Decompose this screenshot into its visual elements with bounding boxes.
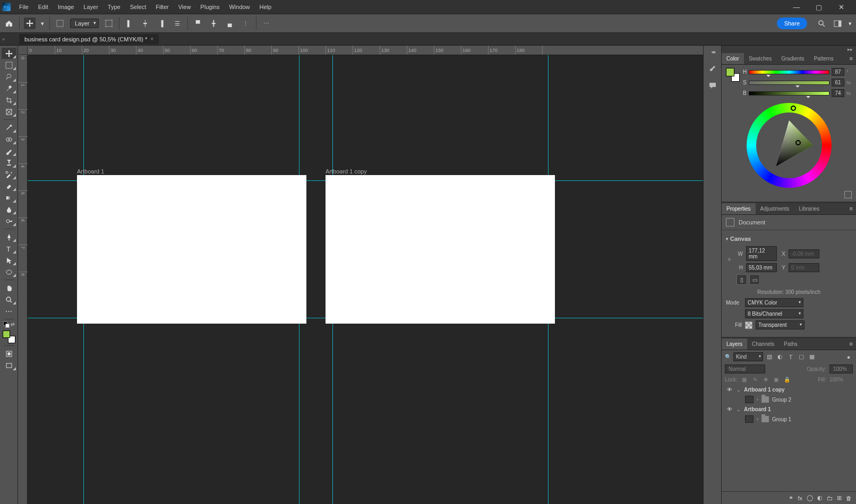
menu-filter[interactable]: Filter bbox=[151, 2, 173, 12]
maximize-button[interactable]: ▢ bbox=[812, 3, 825, 11]
new-fill-layer-icon[interactable]: ◐ bbox=[817, 494, 823, 501]
filter-shape-icon[interactable]: ▢ bbox=[797, 353, 806, 361]
layer-mask-icon[interactable]: ◯ bbox=[807, 494, 813, 501]
tab-libraries[interactable]: Libraries bbox=[794, 203, 824, 214]
eraser-tool[interactable] bbox=[2, 180, 16, 192]
blur-tool[interactable] bbox=[2, 204, 16, 215]
saturation-slider[interactable] bbox=[749, 81, 829, 85]
opacity-input[interactable]: 100% bbox=[829, 364, 853, 373]
hue-input[interactable]: 87 bbox=[832, 68, 844, 76]
lock-pixels-icon[interactable]: ✎ bbox=[751, 376, 759, 383]
orientation-landscape-button[interactable]: ▭ bbox=[749, 274, 760, 285]
color-mode-dropdown[interactable]: CMYK Color bbox=[745, 298, 803, 307]
y-input[interactable]: 0 mm bbox=[789, 263, 819, 272]
align-top-icon[interactable]: ▀ bbox=[192, 18, 204, 29]
filter-toggle-icon[interactable]: ● bbox=[844, 353, 853, 361]
artboard-1-copy[interactable] bbox=[326, 175, 555, 324]
screen-mode-icon[interactable] bbox=[2, 360, 16, 371]
align-right-icon[interactable]: ▐ bbox=[156, 18, 167, 29]
layer-group-row[interactable]: › Group 1 bbox=[725, 414, 853, 424]
fill-opacity-input[interactable]: 100% bbox=[829, 377, 853, 383]
expand-dock-icon[interactable]: ◂◂ bbox=[711, 49, 714, 55]
expand-layer-icon[interactable]: › bbox=[757, 397, 758, 402]
close-button[interactable]: ✕ bbox=[835, 3, 848, 11]
bit-depth-dropdown[interactable]: 8 Bits/Channel bbox=[745, 309, 803, 318]
menu-layer[interactable]: Layer bbox=[79, 2, 102, 12]
filter-smart-icon[interactable]: ▦ bbox=[808, 353, 816, 361]
search-icon[interactable] bbox=[816, 18, 827, 29]
menu-image[interactable]: Image bbox=[54, 2, 79, 12]
clone-stamp-tool[interactable] bbox=[2, 157, 16, 168]
lock-all-icon[interactable]: 🔒 bbox=[783, 376, 791, 383]
menu-file[interactable]: File bbox=[15, 2, 33, 12]
magic-wand-tool[interactable] bbox=[2, 83, 16, 94]
collapse-panels-icon[interactable]: ▸▸ bbox=[848, 47, 853, 52]
tab-channels[interactable]: Channels bbox=[747, 338, 779, 350]
blend-mode-dropdown[interactable]: Normal bbox=[725, 364, 765, 373]
lock-position-icon[interactable]: ✥ bbox=[762, 376, 769, 383]
new-group-icon[interactable]: 🗀 bbox=[827, 495, 833, 501]
visibility-toggle-icon[interactable]: 👁 bbox=[726, 387, 733, 393]
lasso-tool[interactable] bbox=[2, 71, 16, 82]
orientation-portrait-button[interactable]: ▯ bbox=[737, 274, 747, 285]
lock-transparency-icon[interactable]: ▦ bbox=[741, 376, 748, 383]
brushes-panel-icon[interactable] bbox=[707, 62, 718, 73]
transform-controls-checkbox[interactable] bbox=[103, 18, 115, 29]
menu-edit[interactable]: Edit bbox=[34, 2, 53, 12]
visibility-toggle-icon[interactable]: 👁 bbox=[726, 406, 733, 412]
share-button[interactable]: Share bbox=[777, 18, 807, 29]
document-tab[interactable]: business card design.psd @ 50,5% (CMYK/8… bbox=[19, 34, 159, 45]
color-preview-swatches[interactable] bbox=[726, 68, 740, 82]
menu-plugins[interactable]: Plugins bbox=[196, 2, 224, 12]
eyedropper-tool[interactable] bbox=[2, 122, 16, 133]
minimize-button[interactable]: — bbox=[790, 3, 803, 11]
distribute-icon[interactable]: ⋮ bbox=[240, 18, 252, 29]
menu-view[interactable]: View bbox=[174, 2, 195, 12]
toolbar-expand-icon[interactable]: » bbox=[2, 37, 5, 42]
triangle-marker[interactable] bbox=[795, 140, 801, 145]
foreground-background-colors[interactable] bbox=[3, 331, 15, 343]
default-colors-icon[interactable]: ⇄ bbox=[3, 321, 15, 327]
dodge-tool[interactable] bbox=[2, 215, 16, 227]
align-justify-icon[interactable]: ☰ bbox=[172, 18, 183, 29]
crop-tool[interactable] bbox=[2, 94, 16, 106]
color-cube-icon[interactable] bbox=[844, 191, 852, 198]
canvas-viewport[interactable]: Artboard 1 Artboard 1 copy bbox=[28, 55, 703, 504]
link-layers-icon[interactable]: ⚭ bbox=[789, 494, 793, 501]
hue-slider[interactable] bbox=[749, 70, 829, 74]
fill-dropdown[interactable]: Transparent bbox=[756, 320, 804, 329]
hue-ring-marker[interactable] bbox=[791, 106, 796, 111]
saturation-input[interactable]: 61 bbox=[832, 79, 844, 86]
menu-type[interactable]: Type bbox=[104, 2, 125, 12]
history-brush-tool[interactable] bbox=[2, 169, 16, 180]
layer-artboard-row[interactable]: 👁 ⌄ Artboard 1 copy bbox=[725, 385, 853, 394]
tab-patterns[interactable]: Patterns bbox=[809, 53, 838, 64]
align-center-v-icon[interactable]: ╋ bbox=[208, 18, 220, 29]
auto-select-target-dropdown[interactable]: Layer bbox=[70, 19, 99, 28]
artboard-label[interactable]: Artboard 1 copy bbox=[326, 168, 367, 175]
type-tool[interactable]: T bbox=[2, 243, 16, 254]
tab-swatches[interactable]: Swatches bbox=[744, 53, 776, 64]
healing-brush-tool[interactable] bbox=[2, 134, 16, 145]
artboard-label[interactable]: Artboard 1 bbox=[77, 168, 104, 175]
home-button[interactable] bbox=[3, 18, 15, 29]
layer-group-row[interactable]: › Group 2 bbox=[725, 394, 853, 405]
filter-adjustment-icon[interactable]: ◐ bbox=[776, 353, 784, 361]
quick-mask-icon[interactable] bbox=[2, 348, 16, 359]
align-bottom-icon[interactable]: ▄ bbox=[224, 18, 236, 29]
marquee-tool[interactable] bbox=[2, 59, 16, 71]
x-input[interactable]: -0,08 mm bbox=[789, 249, 819, 258]
foreground-color-swatch[interactable] bbox=[3, 331, 10, 338]
fill-swatch-icon[interactable] bbox=[745, 321, 752, 329]
height-input[interactable]: 55,03 mm bbox=[746, 263, 777, 272]
path-selection-tool[interactable] bbox=[2, 255, 16, 266]
tab-gradients[interactable]: Gradients bbox=[776, 53, 809, 64]
lock-artboard-icon[interactable]: ▣ bbox=[773, 376, 780, 383]
edit-toolbar-icon[interactable]: ⋯ bbox=[2, 306, 16, 317]
layer-filter-kind-dropdown[interactable]: Kind bbox=[733, 352, 763, 361]
artboard-1[interactable] bbox=[77, 175, 306, 324]
filter-type-icon[interactable]: T bbox=[786, 353, 795, 361]
properties-panel-menu-icon[interactable]: ≡ bbox=[846, 203, 856, 214]
workspace-dropdown-icon[interactable]: ▾ bbox=[848, 18, 853, 29]
gradient-tool[interactable] bbox=[2, 192, 16, 203]
